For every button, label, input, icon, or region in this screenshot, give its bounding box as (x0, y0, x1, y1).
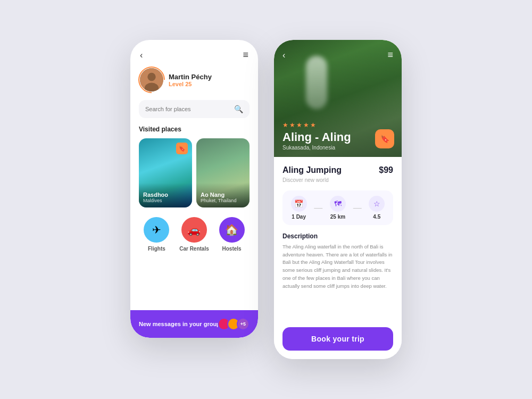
duration-value: 1 Day (292, 214, 306, 220)
mini-avatar-count: +5 (237, 318, 250, 330)
quick-actions: ✈ Flights 🚗 Car Rentals 🏠 Hostels (130, 207, 258, 257)
divider-2: — (353, 203, 362, 213)
avatar-group: +5 (221, 318, 250, 330)
place-label-ao-nang: Ao Nang Phuket, Thailand (196, 183, 250, 207)
back-icon[interactable]: ‹ (140, 51, 143, 60)
hero-bookmark-icon[interactable]: 🔖 (375, 129, 394, 148)
place-loc-ao-nang: Phuket, Thailand (201, 198, 245, 203)
bottom-bar-text: New messages in your group (139, 321, 220, 327)
search-bar[interactable]: 🔍 (139, 100, 250, 118)
stat-duration: 📅 1 Day (287, 196, 311, 220)
hero-top-bar: ‹ ≡ (282, 49, 393, 61)
waterfall-decoration (306, 56, 327, 109)
hero-subtitle: Sukaasada, Indonesia (282, 145, 375, 151)
star-5: ★ (310, 121, 316, 129)
detail-price: $99 (379, 165, 393, 175)
visited-label: Visited places (130, 126, 258, 138)
action-flights[interactable]: ✈ Flights (144, 217, 169, 252)
distance-value: 25 km (330, 214, 345, 220)
place-label-rasdhoo: Rasdhoo Maldives (139, 183, 192, 207)
search-input[interactable] (145, 106, 230, 112)
stat-rating: ☆ 4.5 (365, 196, 389, 220)
duration-icon: 📅 (291, 196, 307, 212)
place-loc-rasdhoo: Maldives (143, 198, 188, 203)
search-icon[interactable]: 🔍 (234, 105, 243, 113)
hostels-icon[interactable]: 🏠 (219, 217, 245, 243)
map-icon: 🗺 (330, 196, 346, 212)
hero-back-icon[interactable]: ‹ (282, 51, 285, 60)
divider-1: — (314, 203, 322, 213)
star-1: ★ (282, 121, 288, 129)
place-card-rasdhoo[interactable]: 🔖 Rasdhoo Maldives (139, 138, 192, 207)
right-phone: ‹ ≡ ★ ★ ★ ★ ★ Aling - Aling Sukaasada, I… (274, 40, 402, 359)
hero-image: ‹ ≡ ★ ★ ★ ★ ★ Aling - Aling Sukaasada, I… (274, 40, 402, 157)
car-rentals-icon[interactable]: 🚗 (181, 217, 207, 243)
star-3: ★ (296, 121, 302, 129)
profile-info: Martin Péchy Level 25 (169, 73, 212, 87)
description-label: Description (282, 232, 393, 240)
action-car-rentals[interactable]: 🚗 Car Rentals (179, 217, 209, 252)
place-card-ao-nang[interactable]: Ao Nang Phuket, Thailand (196, 138, 250, 207)
visited-places: 🔖 Rasdhoo Maldives Ao Nang Phuket, Thail… (130, 138, 258, 207)
bottom-bar: New messages in your group +5 (130, 310, 258, 338)
star-4: ★ (303, 121, 309, 129)
star-rating: ★ ★ ★ ★ ★ (282, 121, 375, 129)
hero-menu-icon[interactable]: ≡ (387, 49, 393, 61)
flights-label: Flights (148, 246, 165, 252)
menu-icon[interactable]: ≡ (243, 49, 248, 61)
star-2: ★ (289, 121, 295, 129)
hero-title: Aling - Aling (282, 131, 375, 144)
place-name-ao-nang: Ao Nang (201, 192, 245, 198)
detail-title: Aling Jumping (282, 165, 342, 175)
place-name-rasdhoo: Rasdhoo (143, 192, 188, 198)
top-bar: ‹ ≡ (130, 40, 258, 65)
left-phone: ‹ ≡ Martin Péchy Level 25 (130, 40, 258, 338)
detail-header: Aling Jumping $99 (282, 165, 393, 175)
profile-name: Martin Péchy (169, 73, 212, 81)
stats-row: 📅 1 Day — 🗺 25 km — ☆ 4.5 (282, 190, 393, 225)
car-rentals-label: Car Rentals (179, 246, 209, 252)
profile-section: Martin Péchy Level 25 (130, 65, 258, 99)
detail-section: Aling Jumping $99 Discover new world 📅 1… (274, 157, 402, 359)
hostels-label: Hostels (222, 246, 242, 252)
profile-level: Level 25 (169, 81, 212, 87)
star-icon: ☆ (369, 196, 385, 212)
book-trip-button[interactable]: Book your trip (282, 327, 393, 351)
detail-subtitle: Discover new world (282, 177, 393, 183)
flights-icon[interactable]: ✈ (144, 217, 169, 243)
avatar[interactable] (140, 68, 163, 92)
hero-info: ★ ★ ★ ★ ★ Aling - Aling Sukaasada, Indon… (282, 121, 375, 151)
rating-value: 4.5 (373, 214, 380, 220)
bookmark-icon-rasdhoo[interactable]: 🔖 (176, 143, 188, 154)
action-hostels[interactable]: 🏠 Hostels (219, 217, 245, 252)
description-text: The Aling Aling waterfall in the north o… (282, 243, 393, 320)
stat-distance: 🗺 25 km (326, 196, 350, 220)
